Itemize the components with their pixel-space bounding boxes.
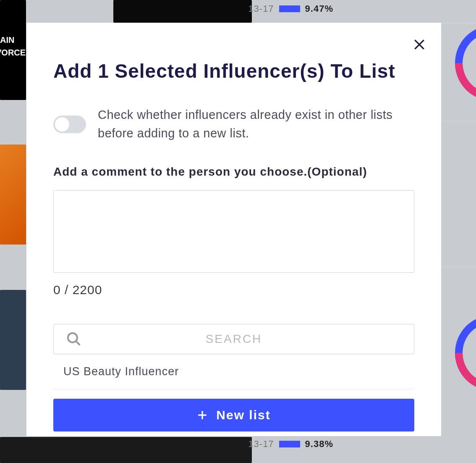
new-list-button[interactable]: New list <box>53 399 414 431</box>
new-list-label: New list <box>216 408 270 422</box>
toggle-knob <box>55 117 69 132</box>
add-to-list-modal: Add 1 Selected Influencer(s) To List Che… <box>26 23 441 436</box>
age-range: 13-17 <box>248 439 274 450</box>
search-wrapper <box>53 324 414 354</box>
search-input[interactable] <box>53 324 414 354</box>
bg-video-thumbnail <box>0 290 26 390</box>
age-range: 13-17 <box>248 3 274 14</box>
bg-video-thumbnail <box>113 0 252 23</box>
svg-point-2 <box>68 333 77 342</box>
bg-video-thumbnail <box>0 145 26 245</box>
character-count: 0 / 2200 <box>53 283 414 297</box>
comment-label: Add a comment to the person you choose.(… <box>53 165 414 179</box>
modal-title: Add 1 Selected Influencer(s) To List <box>53 60 414 82</box>
bg-demographic-stat: 13-17 9.38% <box>248 439 333 450</box>
duplicate-check-row: Check whether influencers already exist … <box>53 106 414 142</box>
bg-donut-chart <box>455 25 476 101</box>
bg-video-thumbnail <box>0 437 252 463</box>
plus-icon <box>197 410 208 421</box>
comment-textarea[interactable] <box>53 190 414 273</box>
bar-segment <box>279 5 300 12</box>
bar-segment <box>279 441 300 447</box>
percentage-value: 9.38% <box>305 439 333 450</box>
list-option[interactable]: US Beauty Influencer <box>53 354 414 389</box>
close-button[interactable] <box>409 34 429 55</box>
search-icon <box>66 331 82 347</box>
svg-line-3 <box>76 341 80 345</box>
close-icon <box>413 38 426 51</box>
duplicate-check-toggle[interactable] <box>53 116 86 133</box>
toggle-label: Check whether influencers already exist … <box>98 106 414 142</box>
bg-video-thumbnail <box>0 0 26 100</box>
percentage-value: 9.47% <box>305 3 333 14</box>
bg-donut-chart <box>455 315 476 391</box>
bg-demographic-stat: 13-17 9.47% <box>248 3 333 14</box>
